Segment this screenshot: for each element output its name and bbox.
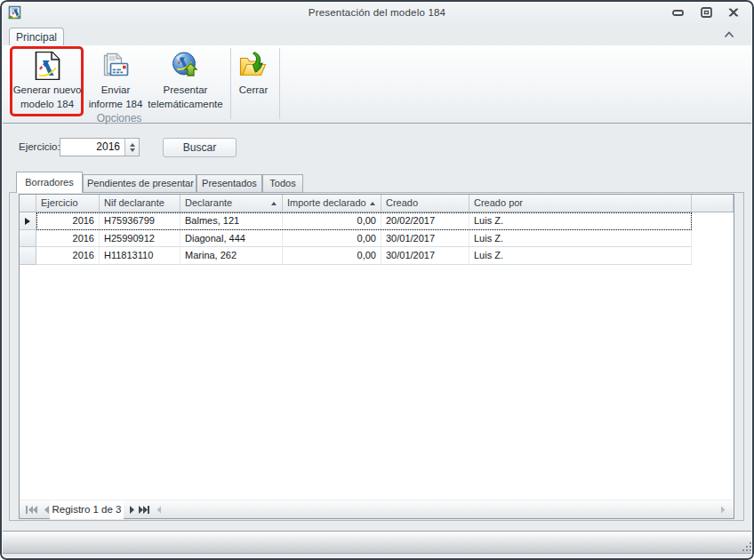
grid-cell[interactable]: 0,00 xyxy=(283,230,381,248)
ribbon-tab-principal[interactable]: Principal xyxy=(9,28,64,46)
hscroll-right-arrow[interactable] xyxy=(715,500,731,519)
ribbon-button-cerrar[interactable]: Cerrar xyxy=(234,47,273,120)
record-count-label: Registro 1 de 3 xyxy=(50,500,124,519)
ejercicio-value[interactable]: 2016 xyxy=(60,139,124,156)
grid-cell[interactable]: Luis Z. xyxy=(469,212,692,230)
grid-column-header-declarante[interactable]: Declarante xyxy=(180,195,283,212)
grid-header-row: EjercicioNif declaranteDeclaranteImporte… xyxy=(20,195,734,212)
ejercicio-spinedit[interactable]: 2016 xyxy=(60,138,140,156)
ejercicio-label: Ejercicio: xyxy=(19,141,60,152)
ribbon-button-label: Cerrar xyxy=(207,84,300,98)
ribbon: Generar nuevomodelo 184 Enviarinforme 18… xyxy=(0,45,754,124)
generate-model-document-icon xyxy=(33,52,61,80)
grid-cell[interactable]: H25990912 xyxy=(100,230,180,248)
grid-cell[interactable]: Diagonal, 444 xyxy=(180,230,283,248)
title-bar: Presentación del modelo 184 xyxy=(0,0,754,28)
grid-filler-header-cell xyxy=(692,195,734,212)
grid-cell[interactable]: 30/01/2017 xyxy=(381,230,469,248)
globe-upload-icon xyxy=(172,52,200,80)
grid-cell[interactable]: 0,00 xyxy=(283,247,381,265)
grid-cell[interactable]: 2016 xyxy=(36,212,100,230)
send-report-icon xyxy=(101,52,130,80)
grid-cell[interactable]: Luis Z. xyxy=(469,247,692,265)
grid-row-2[interactable]: 2016H25990912Diagonal, 4440,0030/01/2017… xyxy=(20,230,734,248)
window-title: Presentación del modelo 184 xyxy=(0,7,754,18)
current-row-arrow-icon xyxy=(25,218,30,225)
ribbon-group-label: Opciones xyxy=(7,112,231,124)
view-tab-todos[interactable]: Todos xyxy=(262,174,303,193)
grid-cell[interactable]: 2016 xyxy=(36,230,100,248)
ribbon-group-separator xyxy=(230,48,231,119)
column-header-label: Creado por xyxy=(474,197,523,208)
column-header-label: Nif declarante xyxy=(104,197,164,208)
grid-column-header-creado[interactable]: Creado xyxy=(381,195,469,212)
sort-ascending-icon xyxy=(271,202,277,205)
data-grid: EjercicioNif declaranteDeclaranteImporte… xyxy=(19,194,734,519)
spin-buttons[interactable] xyxy=(124,139,139,156)
grid-cell[interactable]: 20/02/2017 xyxy=(381,212,469,230)
close-folder-icon xyxy=(239,52,268,80)
maximize-button[interactable] xyxy=(701,7,713,18)
row-indicator-cell xyxy=(20,230,36,248)
grid-column-header-creado-por[interactable]: Creado por xyxy=(469,195,692,212)
grid-cell[interactable]: 30/01/2017 xyxy=(381,247,469,265)
grid-cell[interactable]: Balmes, 121 xyxy=(180,212,283,230)
tab-page: EjercicioNif declaranteDeclaranteImporte… xyxy=(9,192,744,521)
close-button[interactable] xyxy=(727,7,740,18)
grid-row-3[interactable]: 2016H11813110Marina, 2620,0030/01/2017Lu… xyxy=(20,247,734,265)
ribbon-group-separator xyxy=(279,48,280,119)
app-window: Presentación del modelo 184 Principal Ge… xyxy=(0,0,754,560)
column-header-label: Importe declarado xyxy=(287,197,366,208)
grid-cell[interactable]: H75936799 xyxy=(100,212,180,230)
hscroll-left-arrow[interactable] xyxy=(151,500,167,519)
grid-cell[interactable]: Marina, 262 xyxy=(180,247,283,265)
sort-ascending-icon xyxy=(370,202,375,205)
grid-column-header-importe-declarado[interactable]: Importe declarado xyxy=(283,195,381,212)
grid-cell[interactable]: 2016 xyxy=(36,247,100,265)
view-tab-presentados[interactable]: Presentados xyxy=(197,174,262,193)
spin-down-icon[interactable] xyxy=(130,148,135,152)
ribbon-collapse-chevron-icon[interactable] xyxy=(724,30,734,38)
column-header-label: Declarante xyxy=(185,197,232,208)
minimize-button[interactable] xyxy=(672,7,685,18)
column-header-label: Creado xyxy=(386,197,418,208)
grid-column-header-nif-declarante[interactable]: Nif declarante xyxy=(100,195,180,212)
row-indicator-cell xyxy=(20,212,36,230)
column-header-label: Ejercicio xyxy=(41,197,78,208)
grid-column-header-ejercicio[interactable]: Ejercicio xyxy=(36,195,100,212)
record-navigator-bar: Registro 1 de 3 xyxy=(20,500,734,518)
row-indicator-cell xyxy=(20,247,36,265)
resize-grip[interactable] xyxy=(740,540,751,551)
grid-cell[interactable]: Luis Z. xyxy=(469,230,692,248)
ribbon-tab-row: Principal xyxy=(0,28,754,45)
buscar-button[interactable]: Buscar xyxy=(163,138,237,157)
grid-row-1[interactable]: 2016H75936799Balmes, 1210,0020/02/2017Lu… xyxy=(20,212,734,230)
spin-up-icon[interactable] xyxy=(130,143,135,147)
first-record-button[interactable] xyxy=(23,500,39,519)
grid-cell[interactable]: 0,00 xyxy=(283,212,381,230)
view-tab-borradores[interactable]: Borradores xyxy=(16,172,83,193)
grid-indicator-header-cell xyxy=(20,195,36,212)
view-tab-pendientes-de-presentar[interactable]: Pendientes de presentar xyxy=(83,174,197,193)
status-bar xyxy=(0,531,754,554)
grid-cell[interactable]: H11813110 xyxy=(100,247,180,265)
